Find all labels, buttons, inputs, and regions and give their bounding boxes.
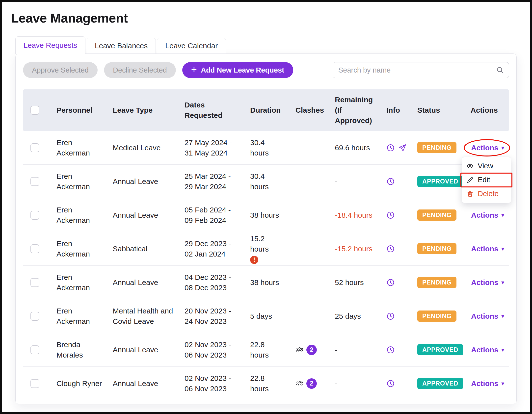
select-all-checkbox[interactable] <box>30 106 39 115</box>
actions-button[interactable]: Actions ▾ <box>471 210 505 220</box>
duration-cell: 30.4 hours <box>250 171 284 192</box>
table-header-row: Personnel Leave Type Dates Requested Dur… <box>23 89 509 131</box>
clash-count-badge: 2 <box>306 345 317 355</box>
status-cell: PENDING <box>417 277 471 288</box>
actions-cell: Actions ▾ <box>471 378 512 389</box>
menu-item-view[interactable]: View <box>462 159 511 173</box>
remaining-cell: - <box>335 378 386 389</box>
duration-cell: 5 days <box>250 311 272 321</box>
duration-cell: 38 hours <box>250 277 279 288</box>
actions-dropdown-menu: View Edit Delete <box>462 157 511 203</box>
actions-cell: Actions ▾ <box>471 244 512 254</box>
clock-icon[interactable] <box>386 346 395 354</box>
row-checkbox[interactable] <box>30 345 39 354</box>
menu-item-delete[interactable]: Delete <box>462 187 511 201</box>
clock-icon[interactable] <box>386 379 395 388</box>
actions-button[interactable]: Actions ▾ <box>471 244 505 254</box>
header-leave-type: Leave Type <box>113 105 185 115</box>
clashes-cell[interactable]: 2 <box>295 378 335 389</box>
clock-icon[interactable] <box>386 177 395 186</box>
actions-cell: Actions ▾ <box>471 277 512 288</box>
personnel-cell: Clough Ryner <box>56 378 113 389</box>
remaining-cell: -18.4 hours <box>335 210 386 220</box>
add-leave-request-button[interactable]: + Add New Leave Request <box>182 62 293 78</box>
status-badge: PENDING <box>417 277 456 288</box>
search-icon[interactable] <box>496 66 504 74</box>
status-cell: PENDING <box>417 243 471 254</box>
table-row: Eren Ackerman Medical Leave 27 May 2024 … <box>23 131 509 165</box>
duration-cell: 38 hours <box>250 210 279 220</box>
clock-icon[interactable] <box>386 211 395 219</box>
header-actions: Actions <box>471 105 509 115</box>
status-cell: PENDING <box>417 310 471 322</box>
header-dates-requested: Dates Requested <box>185 100 250 121</box>
leave-requests-table: Personnel Leave Type Dates Requested Dur… <box>23 89 509 400</box>
personnel-cell: Eren Ackerman <box>56 171 113 192</box>
remaining-cell: 52 hours <box>335 277 386 288</box>
status-cell: APPROVED <box>417 344 471 355</box>
warning-icon[interactable]: ! <box>250 256 258 264</box>
actions-button-label: Actions <box>471 312 498 320</box>
decline-selected-button[interactable]: Decline Selected <box>104 62 176 78</box>
clock-icon[interactable] <box>386 278 395 287</box>
header-status: Status <box>417 105 471 115</box>
tab-leave-balances[interactable]: Leave Balances <box>87 38 156 54</box>
actions-button[interactable]: Actions ▾ <box>471 143 505 153</box>
status-cell: APPROVED <box>417 378 471 389</box>
status-badge: PENDING <box>417 243 456 254</box>
personnel-cell: Eren Ackerman <box>56 238 113 259</box>
tab-leave-calendar[interactable]: Leave Calendar <box>157 38 226 54</box>
status-badge: APPROVED <box>417 176 463 187</box>
leave-type-cell: Annual Leave <box>113 378 185 389</box>
row-checkbox[interactable] <box>30 312 39 321</box>
actions-cell: Actions ▾ <box>471 345 512 355</box>
actions-button-label: Actions <box>471 211 498 219</box>
actions-button-label: Actions <box>471 346 498 354</box>
dates-cell: 27 May 2024 - 31 May 2024 <box>185 137 250 158</box>
row-checkbox[interactable] <box>30 211 39 220</box>
info-cell <box>386 211 417 219</box>
duration-cell: 15.2 hours <box>250 233 284 254</box>
status-badge: APPROVED <box>417 378 463 389</box>
search-box <box>333 62 509 78</box>
row-checkbox[interactable] <box>30 143 39 152</box>
search-input[interactable] <box>333 62 509 78</box>
row-checkbox[interactable] <box>30 244 39 253</box>
duration-cell: 22.8 hours <box>250 339 284 360</box>
chevron-down-icon: ▾ <box>501 313 504 319</box>
header-info: Info <box>386 105 417 115</box>
clock-icon[interactable] <box>386 312 395 320</box>
approve-selected-button[interactable]: Approve Selected <box>23 62 98 78</box>
status-badge: PENDING <box>417 310 456 322</box>
row-checkbox[interactable] <box>30 177 39 186</box>
leave-type-cell: Medical Leave <box>113 143 185 153</box>
chevron-down-icon: ▾ <box>501 347 504 353</box>
leave-requests-panel: Approve Selected Decline Selected + Add … <box>15 53 517 404</box>
info-cell <box>386 379 417 388</box>
menu-item-edit[interactable]: Edit <box>462 173 511 187</box>
actions-button[interactable]: Actions ▾ <box>471 345 505 355</box>
status-badge: APPROVED <box>417 344 463 355</box>
dates-cell: 29 Dec 2023 - 02 Jan 2024 <box>185 238 250 259</box>
menu-item-delete-label: Delete <box>478 189 499 199</box>
clashes-cell[interactable]: 2 <box>295 345 335 355</box>
remaining-cell: -15.2 hours <box>335 244 386 254</box>
clock-icon[interactable] <box>386 245 395 253</box>
plane-icon[interactable] <box>398 144 407 152</box>
eye-icon <box>466 162 474 170</box>
actions-button[interactable]: Actions ▾ <box>471 311 505 321</box>
actions-button[interactable]: Actions ▾ <box>471 277 505 288</box>
tab-leave-requests[interactable]: Leave Requests <box>15 36 85 54</box>
leave-type-cell: Mental Health and Covid Leave <box>113 306 185 327</box>
people-icon <box>295 346 304 354</box>
dates-cell: 20 Nov 2023 - 24 Nov 2023 <box>185 306 250 327</box>
row-checkbox[interactable] <box>30 278 39 287</box>
actions-button[interactable]: Actions ▾ <box>471 378 505 389</box>
pencil-icon <box>466 176 474 184</box>
clock-icon[interactable] <box>386 144 395 152</box>
actions-cell: Actions ▾ View Edit <box>471 143 512 153</box>
menu-item-view-label: View <box>478 161 493 171</box>
row-checkbox[interactable] <box>30 379 39 388</box>
add-leave-request-label: Add New Leave Request <box>201 66 284 74</box>
chevron-down-icon: ▾ <box>501 212 504 218</box>
